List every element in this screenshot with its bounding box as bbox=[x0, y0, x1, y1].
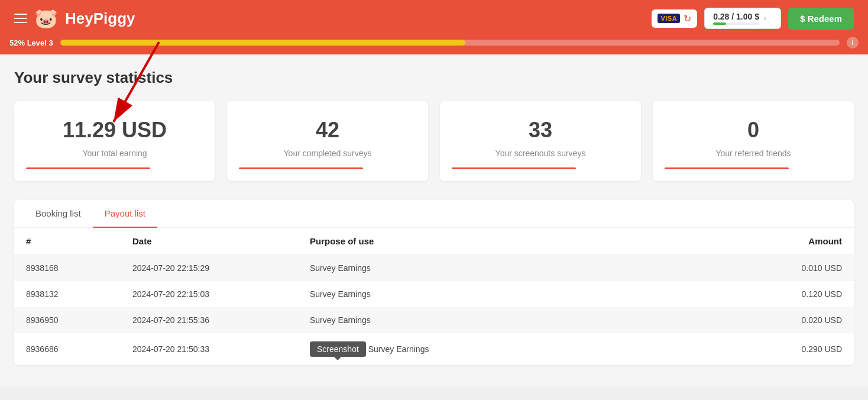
screenshot-tooltip: Screenshot bbox=[310, 341, 366, 357]
tabs-section: Booking list Payout list # Date Purpose … bbox=[14, 200, 854, 365]
hamburger-menu[interactable] bbox=[14, 14, 27, 23]
cell-amount: 0.020 USD bbox=[736, 307, 854, 333]
balance-info: 0.28 / 1.00 $ bbox=[713, 12, 759, 25]
stat-label-surveys: Your completed surveys bbox=[239, 149, 416, 158]
stat-card-referrals: 0 Your referred friends bbox=[653, 101, 854, 181]
stat-value-referrals: 0 bbox=[665, 118, 842, 143]
balance-fill bbox=[713, 22, 726, 25]
stat-label-screenouts: Your screenouts surveys bbox=[452, 149, 629, 158]
col-header-purpose: Purpose of use bbox=[298, 228, 736, 255]
tab-payout-list[interactable]: Payout list bbox=[93, 200, 157, 228]
stat-divider-screenouts bbox=[452, 167, 576, 169]
cell-id: 8936686 bbox=[14, 333, 121, 365]
logo-text: HeyPiggy bbox=[65, 9, 135, 28]
cell-date: 2024-07-20 21:55:36 bbox=[121, 307, 298, 333]
stat-divider-surveys bbox=[239, 167, 363, 169]
cell-purpose: Screenshot Survey Earnings bbox=[298, 333, 736, 365]
balance-button[interactable]: 0.28 / 1.00 $ › bbox=[704, 8, 781, 29]
table-row: 89381322024-07-20 22:15:03Survey Earning… bbox=[14, 281, 854, 307]
logo-icon: 🐷 bbox=[34, 7, 58, 30]
level-label: 52% Level 3 bbox=[9, 38, 53, 47]
cell-date: 2024-07-20 21:50:33 bbox=[121, 333, 298, 365]
tab-booking-list[interactable]: Booking list bbox=[24, 200, 93, 228]
redeem-button[interactable]: $ Redeem bbox=[788, 8, 854, 30]
table-row: 89381682024-07-20 22:15:29Survey Earning… bbox=[14, 255, 854, 282]
stat-label-referrals: Your referred friends bbox=[665, 149, 842, 158]
cell-amount: 0.290 USD bbox=[736, 333, 854, 365]
col-header-amount: Amount bbox=[736, 228, 854, 255]
info-icon[interactable]: i bbox=[847, 37, 859, 49]
stat-value-surveys: 42 bbox=[239, 118, 416, 143]
balance-text: 0.28 / 1.00 $ bbox=[713, 12, 759, 21]
cell-amount: 0.120 USD bbox=[736, 281, 854, 307]
cell-purpose: Survey Earnings bbox=[298, 281, 736, 307]
stat-label-earnings: Your total earning bbox=[26, 149, 203, 158]
cell-purpose: Survey Earnings bbox=[298, 307, 736, 333]
level-progress-fill bbox=[60, 40, 466, 46]
stats-grid: 11.29 USD Your total earning 42 Your com… bbox=[14, 101, 854, 181]
balance-progress-bar bbox=[713, 22, 759, 25]
visa-button[interactable]: VISA ↻ bbox=[652, 9, 697, 28]
page-title: Your survey statistics bbox=[14, 69, 854, 87]
header: 🐷 HeyPiggy VISA ↻ 0.28 / 1.00 $ › $ Rede… bbox=[0, 0, 868, 37]
cell-id: 8938132 bbox=[14, 281, 121, 307]
level-bar-container: 52% Level 3 i bbox=[0, 37, 868, 54]
header-right: VISA ↻ 0.28 / 1.00 $ › $ Redeem bbox=[652, 8, 854, 30]
cell-id: 8936950 bbox=[14, 307, 121, 333]
stat-value-screenouts: 33 bbox=[452, 118, 629, 143]
cell-purpose: Survey Earnings bbox=[298, 255, 736, 282]
cell-amount: 0.010 USD bbox=[736, 255, 854, 282]
col-header-id: # bbox=[14, 228, 121, 255]
stat-card-screenouts: 33 Your screenouts surveys bbox=[440, 101, 641, 181]
stat-card-earnings: 11.29 USD Your total earning bbox=[14, 101, 215, 181]
stat-value-earnings: 11.29 USD bbox=[26, 118, 203, 143]
tabs-header: Booking list Payout list bbox=[14, 200, 854, 228]
main-content: Your survey statistics 11.29 USD Your to… bbox=[0, 54, 868, 386]
table-row: 89369502024-07-20 21:55:36Survey Earning… bbox=[14, 307, 854, 333]
level-progress-bar bbox=[60, 40, 840, 46]
stat-divider-earnings bbox=[26, 167, 150, 169]
table-row: 89366862024-07-20 21:50:33Screenshot Sur… bbox=[14, 333, 854, 365]
col-header-date: Date bbox=[121, 228, 298, 255]
table-header-row: # Date Purpose of use Amount bbox=[14, 228, 854, 255]
stat-card-surveys: 42 Your completed surveys bbox=[227, 101, 428, 181]
chevron-right-icon: › bbox=[764, 14, 766, 22]
cell-date: 2024-07-20 22:15:03 bbox=[121, 281, 298, 307]
visa-label: VISA bbox=[658, 14, 680, 23]
refresh-icon[interactable]: ↻ bbox=[684, 13, 691, 24]
cell-id: 8938168 bbox=[14, 255, 121, 282]
payout-table: # Date Purpose of use Amount 89381682024… bbox=[14, 228, 854, 365]
stat-divider-referrals bbox=[665, 167, 789, 169]
header-left: 🐷 HeyPiggy bbox=[14, 7, 135, 30]
cell-date: 2024-07-20 22:15:29 bbox=[121, 255, 298, 282]
